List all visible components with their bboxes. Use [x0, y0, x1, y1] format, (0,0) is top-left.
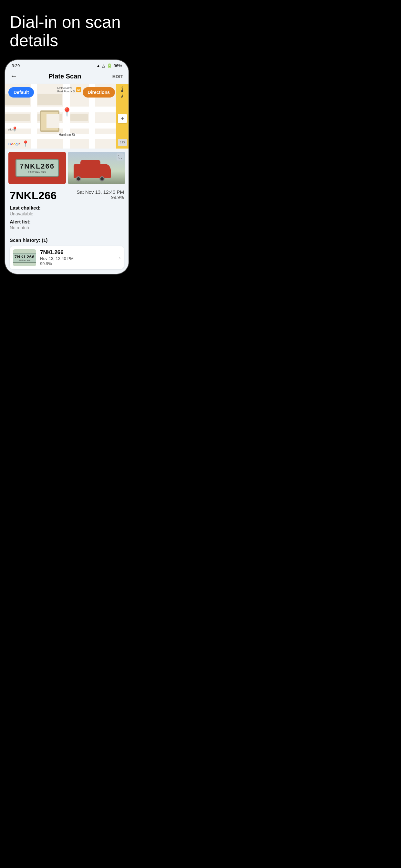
car-wheel-left [76, 176, 81, 182]
history-date: Nov 13, 12:40 PM [40, 256, 115, 261]
mcdonalds-icon: M [76, 87, 81, 92]
map-zoom-level: 123 [118, 139, 127, 146]
scan-metadata: Sat Nov 13, 12:40 PM 99.9% [76, 189, 124, 200]
nav-title: Plate Scan [49, 73, 81, 80]
battery-percent: 96% [114, 63, 122, 68]
battery-icon: 🔋 [107, 63, 112, 68]
history-plate-sub: EAST BAY MINI [14, 259, 35, 261]
history-title: Scan history: (1) [10, 237, 124, 243]
map-block [70, 114, 88, 121]
phone-frame: 3:29 ▲ △ 🔋 96% ← Plate Scan EDIT [4, 59, 129, 275]
status-icons: ▲ △ 🔋 96% [96, 63, 122, 68]
scan-confidence: 99.9% [76, 195, 124, 200]
hero-section: Dial-in on scan details [0, 0, 134, 59]
scan-date: Sat Nov 13, 12:40 PM [76, 189, 124, 195]
expand-icon[interactable]: ⛶ [117, 153, 124, 160]
location-pin-small: 📍 [11, 126, 18, 132]
car-roof [81, 160, 100, 168]
history-chevron-right-icon[interactable]: › [119, 254, 121, 261]
map-building-cutout [47, 114, 59, 128]
last-chalked-label: Last chalked: [10, 205, 124, 211]
photo-strip: 7NKL266 EAST BAY MINI ⛶ [5, 149, 128, 186]
google-letter-o2: o [13, 142, 16, 146]
history-section: Scan history: (1) 7NKL266 EAST BAY MINI … [5, 237, 128, 274]
google-letter-g2: g [16, 142, 18, 146]
map-zoom-in-button[interactable]: + [118, 114, 127, 123]
google-letter-o1: o [11, 142, 13, 146]
history-plate-text: 7NKL266 [14, 254, 35, 259]
alert-list-field: Alert list: No match [10, 219, 124, 230]
plate-number-large: 7NKL266 [10, 189, 57, 202]
map-location-pin: 📍 [61, 107, 73, 118]
wifi-icon: ▲ [96, 63, 100, 68]
plate-image: 7NKL266 EAST BAY MINI [16, 159, 59, 177]
plate-image-text: 7NKL266 [20, 162, 55, 170]
history-thumbnail: 7NKL266 EAST BAY MINI [13, 249, 36, 266]
history-plate-number: 7NKL266 [40, 249, 115, 256]
map-block [5, 114, 30, 121]
alert-list-value: No match [10, 225, 124, 230]
hero-title: Dial-in on scan details [10, 13, 124, 50]
mcdonalds-text: McDonald's Fast Food • $ [58, 87, 75, 93]
mcdonalds-label: McDonald's Fast Food • $ M [58, 87, 81, 93]
map-yellow-strip: San Pab + 123 [116, 84, 128, 149]
status-time: 3:29 [11, 63, 20, 68]
map-container[interactable]: McDonald's Fast Food • $ M ational 📍 📍 H… [5, 84, 128, 149]
map-road [5, 106, 116, 113]
person-pin-icon: 📍 [22, 140, 29, 147]
car-wheel-right [99, 176, 104, 182]
directions-button[interactable]: Directions [83, 87, 115, 97]
plate-image-subtext: EAST BAY MINI [20, 171, 55, 174]
street-label: Harrison St [58, 133, 76, 137]
map-road [5, 123, 116, 128]
google-letter-g: G [8, 142, 11, 146]
history-info: 7NKL266 Nov 13, 12:40 PM 99.9% [40, 249, 115, 266]
default-button[interactable]: Default [8, 87, 34, 97]
car-photo[interactable]: ⛶ [68, 152, 125, 184]
map-block [37, 94, 62, 105]
nav-bar: ← Plate Scan EDIT [5, 69, 128, 84]
history-card[interactable]: 7NKL266 EAST BAY MINI 7NKL266 Nov 13, 12… [10, 246, 124, 269]
edit-button[interactable]: EDIT [112, 73, 123, 79]
google-logo: G o o g l e [8, 142, 21, 146]
history-confidence: 99.9% [40, 261, 115, 266]
google-letter-e: e [19, 142, 21, 146]
scan-header: 7NKL266 Sat Nov 13, 12:40 PM 99.9% [10, 189, 124, 202]
last-chalked-field: Last chalked: Unavailable [10, 205, 124, 216]
status-bar: 3:29 ▲ △ 🔋 96% [5, 60, 128, 69]
history-plate-image: 7NKL266 EAST BAY MINI [13, 253, 36, 263]
map-strip-label: San Pab [121, 87, 124, 98]
plate-photo[interactable]: 7NKL266 EAST BAY MINI [8, 152, 66, 184]
alert-list-label: Alert list: [10, 219, 124, 224]
back-button[interactable]: ← [10, 72, 18, 81]
last-chalked-value: Unavailable [10, 211, 124, 216]
signal-icon: △ [102, 63, 105, 68]
detail-section: 7NKL266 Sat Nov 13, 12:40 PM 99.9% Last … [5, 186, 128, 237]
